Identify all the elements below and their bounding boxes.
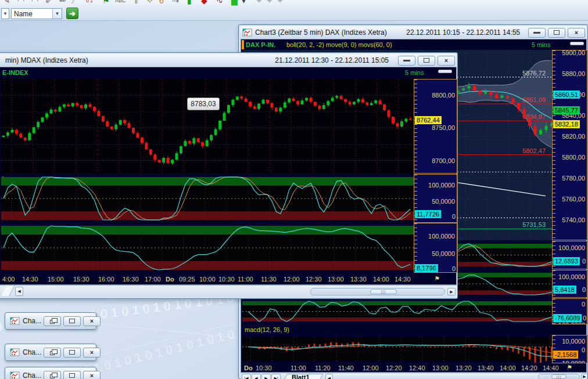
dax-wpr-scale[interactable]: 0-76,60890-100,0000 [552,298,587,324]
minimize-button[interactable] [528,28,546,38]
dax-window-titlebar[interactable]: Chart3 (Zeitbar 5 min) DAX (Indizes Xetr… [240,26,586,39]
price-tick: 0 [582,286,586,293]
close-button[interactable]: × [83,316,101,326]
mdax-window-title: min) MDAX (Indizes Xetra) [5,56,88,64]
close-button[interactable]: × [83,371,101,379]
pencil-icon[interactable]: ✎ [3,0,10,7]
red-diamond-icon[interactable]: ◆ [201,0,207,7]
time-label: 15:00 [48,276,64,283]
horizontal-scrollbar[interactable]: ||| [310,288,445,295]
price-tick: 5780,00 [562,175,585,182]
name-combobox[interactable]: Name ▼ [11,8,62,19]
minimized-chart-window[interactable]: Cha... × [5,312,96,330]
arc2-icon[interactable]: ◠ [31,0,38,7]
disabled2-icon[interactable]: ✦ [266,0,273,7]
dax-time-axis[interactable]: ⚑ Do10:3011:0011:2011:4012:0012:2012:401… [242,364,586,373]
dax-macd-scale[interactable]: 10,00000-2,1568-10,0000 [552,335,587,363]
price-tick: 0 [583,315,586,322]
scrollbar-thumb[interactable]: ||| [551,374,567,379]
value-badge: 12,6893 [553,257,580,265]
tab-scroll-left-button[interactable]: ◀ [325,374,333,379]
mini-dropdown[interactable]: ▼ [1,8,9,19]
value-badge: 5,8418 [553,286,576,294]
prev-page-button[interactable]: ◀ [252,374,261,379]
first-page-button[interactable]: |◀ [242,374,251,379]
close-button[interactable]: × [568,28,585,38]
green-bar-icon[interactable]: ▮ [187,0,192,7]
time-label: 11:00 [291,364,306,371]
oz-icon[interactable]: o z [86,0,93,7]
dash-arrow-icon[interactable]: ⇢ [172,0,179,7]
time-label: 13:20 [456,364,472,371]
arc-icon[interactable]: ◠ [17,0,24,7]
restore-button[interactable] [44,371,61,379]
mdax-stoch1-plot[interactable] [1,174,414,223]
horizontal-scrollbar[interactable]: ||| [538,374,580,379]
price-tick: 100,0000 [428,182,455,189]
price-tick: 0 [582,346,585,353]
series-marker-bar [242,40,244,49]
splitter-handle[interactable] [570,42,584,45]
splitter-handle[interactable] [438,70,452,73]
restore-button[interactable] [44,316,61,326]
dax-stochB-scale[interactable]: 100,00005,84180 [552,270,587,298]
tick-marks [414,80,417,173]
dax-stochA-scale[interactable]: 100,000012,68930 [552,241,587,269]
mdax-stoch2-plot[interactable] [1,223,414,273]
maximize-button[interactable] [418,56,435,66]
chart-tool-icon[interactable]: ∿ [216,0,223,7]
pen2-icon[interactable]: ✏ [59,0,66,7]
svg-text:5876,72: 5876,72 [522,70,546,77]
pause-icon[interactable]: || [135,0,138,7]
binocular-icon[interactable]: 6 [159,0,164,7]
color-swatch-icon[interactable]: ▆ [231,0,238,7]
dax-price-scale[interactable]: 5900,005880,005860,005840,005820,005800,… [552,50,587,240]
scroll-right-button[interactable]: ▶ [581,374,587,379]
restore-button[interactable] [44,348,61,358]
tab-scroll-left-button[interactable]: ◀ [15,287,23,296]
time-label: 14:00 [500,364,516,371]
dax-wpr-plot[interactable] [242,298,552,324]
mdax-price-scale[interactable]: 8800,008750,008700,008762,44 [414,79,457,174]
mdax-candlestick-plot[interactable] [1,79,414,174]
go-button[interactable]: ➔ [66,8,78,19]
maximize-button[interactable] [548,28,565,38]
dax-macd-plot[interactable] [242,335,552,363]
mdax-time-axis[interactable]: ⚑ 4:0014:3015:0015:3016:0016:3017:00Do09… [1,275,459,285]
scrollbar-thumb[interactable]: ||| [370,289,397,294]
tick-marks [553,50,555,240]
maximize-button[interactable] [63,371,81,379]
minimized-chart-window[interactable]: Cha... × [5,367,96,379]
mdax-stoch1-scale[interactable]: 100,000050,000011,77260 [414,174,457,223]
sheet-tab-edge[interactable] [1,286,15,296]
last-page-button[interactable]: ▶| [271,374,281,379]
star-icon[interactable]: ✧ [146,0,153,7]
close-button[interactable]: × [438,56,455,66]
disabled1-icon[interactable]: ✦ [256,0,263,7]
maximize-button[interactable] [63,348,81,358]
swatch-dropdown-icon[interactable]: ▾ [242,0,246,7]
abc-icon[interactable]: ABC [115,0,126,7]
mdax-interval-label: 5 mins [405,69,424,76]
minimize-button[interactable] [398,56,415,66]
value-badge: 5845,77 [553,106,580,114]
price-tick: 100,0000 [558,273,585,280]
pen-icon[interactable]: ✐ [45,0,52,7]
chart-app-icon [10,348,20,357]
price-tick: 0 [582,301,585,308]
mdax-window-titlebar[interactable]: min) MDAX (Indizes Xetra) 21.12.2011 12:… [0,54,456,67]
close-button[interactable]: × [83,348,101,358]
flag-tool-icon[interactable]: ⚑ [102,0,110,7]
time-label: 10:30 [256,364,272,371]
slash-icon[interactable]: ⁄ [73,0,74,7]
time-label: 11:00 [238,276,253,283]
time-label: 14:20 [521,364,537,371]
disabled3-icon[interactable]: ✦ [277,0,284,7]
mdax-stoch2-scale[interactable]: 100,000050,00008,17960 [414,223,457,273]
chevron-down-icon: ▼ [52,9,62,19]
scroll-right-button[interactable]: ▶ [447,288,456,295]
next-page-button[interactable]: ▶ [261,374,271,379]
maximize-button[interactable] [63,316,81,326]
minimized-chart-window[interactable]: Cha... × [5,344,96,361]
time-label: 12:00 [363,364,379,371]
